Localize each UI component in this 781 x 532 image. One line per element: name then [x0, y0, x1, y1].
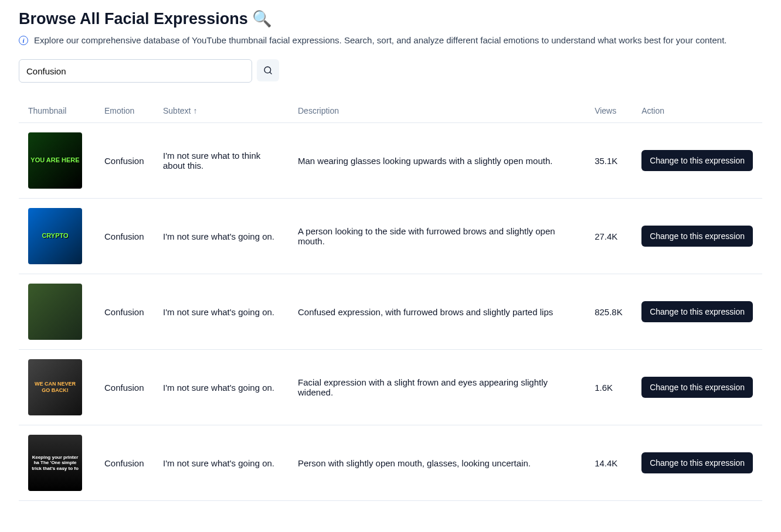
page-title: Browse All Facial Expressions 🔍: [19, 9, 762, 28]
search-icon: [263, 66, 273, 75]
col-header-action: Action: [632, 99, 762, 123]
change-expression-button[interactable]: Change to this expression: [641, 377, 753, 398]
search-button[interactable]: [257, 59, 279, 81]
page-subtitle-row: i Explore our comprehensive database of …: [19, 35, 762, 45]
views-cell: 27.4K: [585, 199, 632, 274]
emotion-cell: Confusion: [95, 199, 154, 274]
subtext-cell: I'm not sure what's going on.: [154, 425, 288, 501]
emotion-cell: Confusion: [95, 350, 154, 425]
description-cell: A person looking to the side with furrow…: [288, 199, 585, 274]
thumbnail-text: CRYPTO: [39, 230, 70, 242]
thumbnail-text: Keeping your printer ha The 'One simple …: [28, 452, 82, 474]
col-header-views[interactable]: Views: [585, 99, 632, 123]
change-expression-button[interactable]: Change to this expression: [641, 150, 753, 171]
col-header-subtext[interactable]: Subtext↑: [154, 99, 288, 123]
change-expression-button[interactable]: Change to this expression: [641, 226, 753, 247]
description-cell: Confused expression, with furrowed brows…: [288, 274, 585, 350]
thumbnail-image: Keeping your printer ha The 'One simple …: [28, 435, 82, 491]
description-cell: Person with slightly open mouth, glasses…: [288, 425, 585, 501]
thumbnail-image: [28, 284, 82, 340]
table-row: CRYPTOConfusionI'm not sure what's going…: [19, 199, 762, 274]
sort-arrow-icon: ↑: [193, 106, 197, 115]
thumbnail-text: WE CAN NEVER GO BACK!: [28, 378, 82, 396]
views-cell: 825.8K: [585, 274, 632, 350]
subtext-cell: I'm not sure what's going on.: [154, 350, 288, 425]
col-header-thumbnail[interactable]: Thumbnail: [19, 99, 95, 123]
thumbnail-text: [53, 309, 57, 314]
subtext-cell: I'm not sure what to think about this.: [154, 123, 288, 199]
change-expression-button[interactable]: Change to this expression: [641, 452, 753, 473]
views-cell: 14.4K: [585, 425, 632, 501]
subtext-cell: I'm not sure what's going on.: [154, 274, 288, 350]
table-row: ConfusionI'm not sure what's going on.Co…: [19, 274, 762, 350]
table-row: Keeping your printer ha The 'One simple …: [19, 425, 762, 501]
info-icon: i: [19, 36, 28, 45]
search-row: [19, 59, 762, 83]
subtext-cell: I'm not sure what's going on.: [154, 199, 288, 274]
table-row: YOU ARE HEREConfusionI'm not sure what t…: [19, 123, 762, 199]
description-cell: Facial expression with a slight frown an…: [288, 350, 585, 425]
description-cell: Man wearing glasses looking upwards with…: [288, 123, 585, 199]
thumbnail-image: YOU ARE HERE: [28, 132, 82, 189]
expressions-table: Thumbnail Emotion Subtext↑ Description V…: [19, 99, 762, 501]
col-header-emotion[interactable]: Emotion: [95, 99, 154, 123]
search-input[interactable]: [19, 59, 252, 83]
emotion-cell: Confusion: [95, 123, 154, 199]
thumbnail-text: YOU ARE HERE: [28, 154, 82, 166]
col-header-description[interactable]: Description: [288, 99, 585, 123]
emotion-cell: Confusion: [95, 274, 154, 350]
views-cell: 1.6K: [585, 350, 632, 425]
views-cell: 35.1K: [585, 123, 632, 199]
svg-line-1: [270, 72, 271, 74]
thumbnail-image: CRYPTO: [28, 208, 82, 264]
thumbnail-image: WE CAN NEVER GO BACK!: [28, 359, 82, 415]
table-row: WE CAN NEVER GO BACK!ConfusionI'm not su…: [19, 350, 762, 425]
change-expression-button[interactable]: Change to this expression: [641, 301, 753, 322]
page-subtitle: Explore our comprehensive database of Yo…: [34, 35, 727, 45]
emotion-cell: Confusion: [95, 425, 154, 501]
